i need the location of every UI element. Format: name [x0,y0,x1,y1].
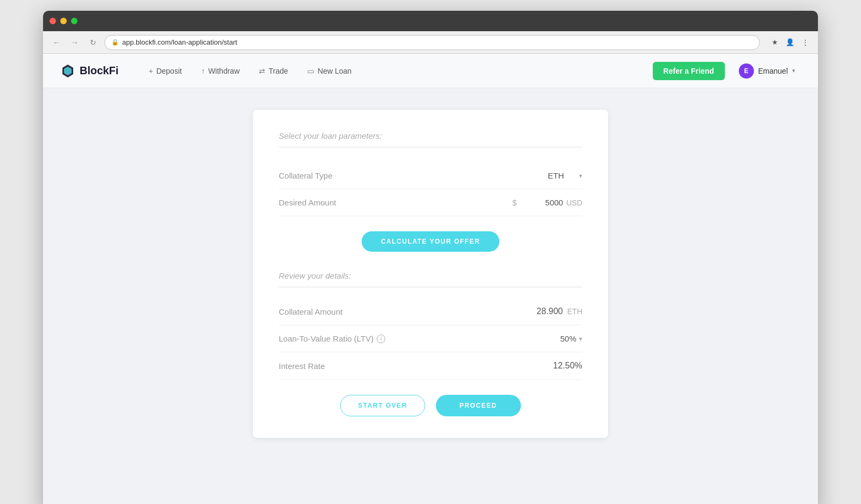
user-menu[interactable]: E Emanuel ▾ [733,60,801,82]
new-loan-label: New Loan [317,67,351,75]
collateral-type-control: ETH BTC LTC ▾ [548,171,582,180]
interest-rate-value: 12.50% [553,361,582,371]
amount-input-wrapper: $ USD [512,198,582,207]
calculate-btn-wrapper: CALCULATE YOUR OFFER [279,231,582,252]
back-button[interactable]: ← [50,36,63,49]
desired-amount-row: Desired Amount $ USD [279,189,582,216]
collateral-type-row: Collateral Type ETH BTC LTC ▾ [279,162,582,189]
withdraw-label: Withdraw [208,67,239,75]
select-params-label: Select your loan parameters: [279,131,582,147]
loan-form-card: Select your loan parameters: Collateral … [253,110,608,438]
app-navbar: BlockFi + Deposit ↑ Withdraw ⇄ Trade ▭ N… [43,54,818,88]
currency-label: USD [566,198,582,207]
maximize-button[interactable] [71,18,77,24]
logo[interactable]: BlockFi [60,63,118,79]
interest-rate-label: Interest Rate [279,361,325,371]
collateral-type-label: Collateral Type [279,171,333,180]
trade-label: Trade [269,67,288,75]
ltv-row: Loan-To-Value Ratio (LTV) i 35% 50% 60% … [279,325,582,352]
ltv-value-wrapper: 35% 50% 60% ▾ [560,334,582,343]
logo-text: BlockFi [80,65,118,77]
ltv-chevron-icon: ▾ [579,335,582,343]
interest-rate-row: Interest Rate 12.50% [279,352,582,380]
avatar: E [739,63,754,79]
nav-withdraw[interactable]: ↑ Withdraw [193,62,248,80]
proceed-button[interactable]: PROCEED [436,395,521,416]
loan-icon: ▭ [307,67,314,75]
interest-rate-value-wrapper: 12.50% [553,361,582,371]
dollar-sign: $ [512,198,517,207]
collateral-select-wrapper: ETH BTC LTC ▾ [548,171,582,180]
desired-amount-label: Desired Amount [279,198,336,207]
profile-button[interactable]: 👤 [784,36,796,49]
extensions-button[interactable]: ⋮ [799,36,811,49]
withdraw-icon: ↑ [201,67,205,75]
browser-titlebar [43,11,818,31]
ltv-label: Loan-To-Value Ratio (LTV) i [279,334,385,343]
collateral-amount-row: Collateral Amount 28.900 ETH [279,298,582,325]
main-content: Select your loan parameters: Collateral … [43,88,818,504]
review-section-label: Review your details: [279,271,582,287]
url-text: app.blockfi.com/loan-application/start [122,38,237,46]
action-buttons: START OVER PROCEED [279,395,582,416]
refer-button[interactable]: Refer a Friend [653,62,725,80]
browser-window: ← → ↻ 🔒 app.blockfi.com/loan-application… [43,11,818,504]
user-name: Emanuel [758,67,788,75]
deposit-icon: + [149,67,153,75]
forward-button[interactable]: → [68,36,82,49]
deposit-label: Deposit [156,67,181,75]
blockfi-logo-icon [60,63,75,79]
address-bar[interactable]: 🔒 app.blockfi.com/loan-application/start [104,35,760,50]
amount-input[interactable] [520,198,563,207]
close-button[interactable] [50,18,56,24]
trade-icon: ⇄ [259,67,265,75]
lock-icon: 🔒 [111,39,119,46]
desired-amount-control: $ USD [512,198,582,207]
collateral-amount-label: Collateral Amount [279,307,342,316]
ltv-select-wrapper: 35% 50% 60% ▾ [560,334,582,343]
ltv-info-icon[interactable]: i [377,335,385,343]
collateral-amount-number: 28.900 [537,307,563,316]
ltv-label-text: Loan-To-Value Ratio (LTV) [279,334,373,343]
minimize-button[interactable] [60,18,67,24]
collateral-type-select[interactable]: ETH BTC LTC [548,171,577,180]
chevron-down-icon: ▾ [792,67,795,74]
bookmark-button[interactable]: ★ [768,36,781,49]
collateral-amount-value-wrapper: 28.900 ETH [537,307,582,316]
collateral-amount-unit: ETH [567,307,582,316]
browser-toolbar: ← → ↻ 🔒 app.blockfi.com/loan-application… [43,31,818,54]
nav-new-loan[interactable]: ▭ New Loan [299,62,360,80]
refresh-button[interactable]: ↻ [86,36,100,49]
nav-deposit[interactable]: + Deposit [140,62,190,80]
nav-items: + Deposit ↑ Withdraw ⇄ Trade ▭ New Loan [140,62,648,80]
ltv-select[interactable]: 35% 50% 60% [560,334,577,343]
nav-trade[interactable]: ⇄ Trade [250,62,297,80]
collateral-chevron-icon: ▾ [579,172,582,180]
start-over-button[interactable]: START OVER [340,395,425,416]
toolbar-icons: ★ 👤 ⋮ [768,36,811,49]
calculate-button[interactable]: CALCULATE YOUR OFFER [362,231,499,252]
